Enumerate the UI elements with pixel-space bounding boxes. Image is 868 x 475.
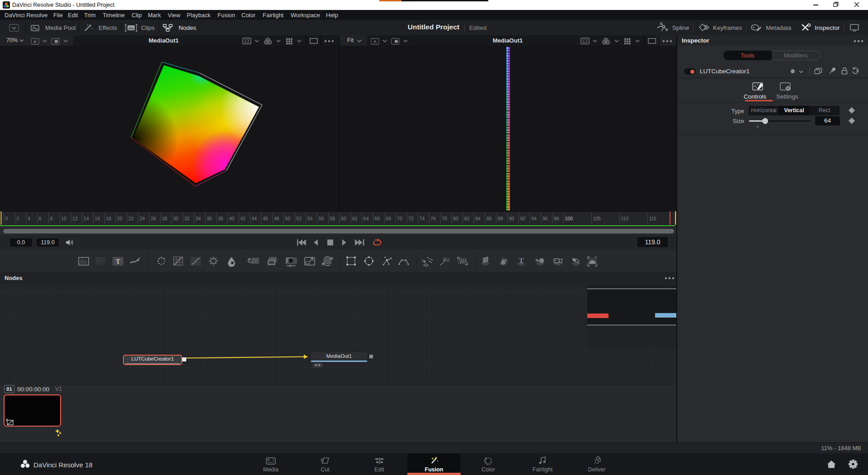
svg-text:26: 26 [151, 216, 156, 221]
svg-text:78: 78 [442, 216, 447, 221]
svg-text:34: 34 [195, 216, 201, 221]
svg-text:2: 2 [16, 216, 19, 221]
svg-text:94: 94 [531, 216, 537, 221]
svg-text:105: 105 [593, 216, 601, 221]
svg-text:46: 46 [263, 216, 268, 221]
svg-text:30: 30 [173, 216, 179, 221]
svg-text:96: 96 [542, 216, 548, 221]
svg-text:T: T [519, 257, 524, 265]
svg-text:12: 12 [72, 216, 78, 221]
svg-text:24: 24 [140, 216, 145, 221]
svg-text:64: 64 [363, 216, 369, 221]
svg-text:28: 28 [162, 216, 167, 221]
svg-text:76: 76 [430, 216, 436, 221]
svg-text:6: 6 [39, 216, 42, 221]
svg-text:98: 98 [554, 216, 559, 221]
svg-text:58: 58 [330, 216, 335, 221]
svg-text:82: 82 [464, 216, 470, 221]
svg-text:42: 42 [241, 216, 246, 221]
svg-text:0: 0 [5, 216, 8, 221]
svg-text:88: 88 [498, 216, 503, 221]
svg-text:74: 74 [420, 216, 425, 221]
svg-text:36: 36 [207, 216, 212, 221]
svg-text:86: 86 [486, 216, 492, 221]
svg-text:32: 32 [184, 216, 190, 221]
svg-text:110: 110 [621, 216, 628, 221]
svg-text:80: 80 [453, 216, 458, 221]
svg-text:90: 90 [509, 216, 514, 221]
svg-text:54: 54 [307, 216, 313, 221]
svg-text:44: 44 [251, 216, 257, 221]
svg-text:50: 50 [285, 216, 291, 221]
svg-text:40: 40 [229, 216, 235, 221]
svg-text:100: 100 [565, 216, 573, 221]
svg-text:52: 52 [296, 216, 302, 221]
svg-text:60: 60 [341, 216, 346, 221]
svg-text:T: T [116, 258, 120, 265]
svg-text:A: A [33, 39, 37, 44]
svg-text:10: 10 [61, 216, 66, 221]
svg-text:14: 14 [84, 216, 89, 221]
svg-text:8: 8 [50, 216, 53, 221]
svg-text:115: 115 [649, 216, 656, 221]
svg-text:18: 18 [106, 216, 111, 221]
svg-text:A: A [373, 39, 377, 44]
svg-text:16: 16 [95, 216, 100, 221]
svg-text:92: 92 [520, 216, 526, 221]
svg-text:56: 56 [319, 216, 324, 221]
svg-text:38: 38 [218, 216, 223, 221]
svg-text:66: 66 [375, 216, 380, 221]
svg-text:20: 20 [117, 216, 123, 221]
svg-text:72: 72 [408, 216, 414, 221]
svg-text:68: 68 [386, 216, 391, 221]
svg-text:48: 48 [274, 216, 279, 221]
svg-text:4: 4 [28, 216, 30, 221]
svg-text:84: 84 [475, 216, 481, 221]
svg-text:62: 62 [352, 216, 358, 221]
svg-text:22: 22 [128, 216, 134, 221]
svg-text:70: 70 [397, 216, 402, 221]
